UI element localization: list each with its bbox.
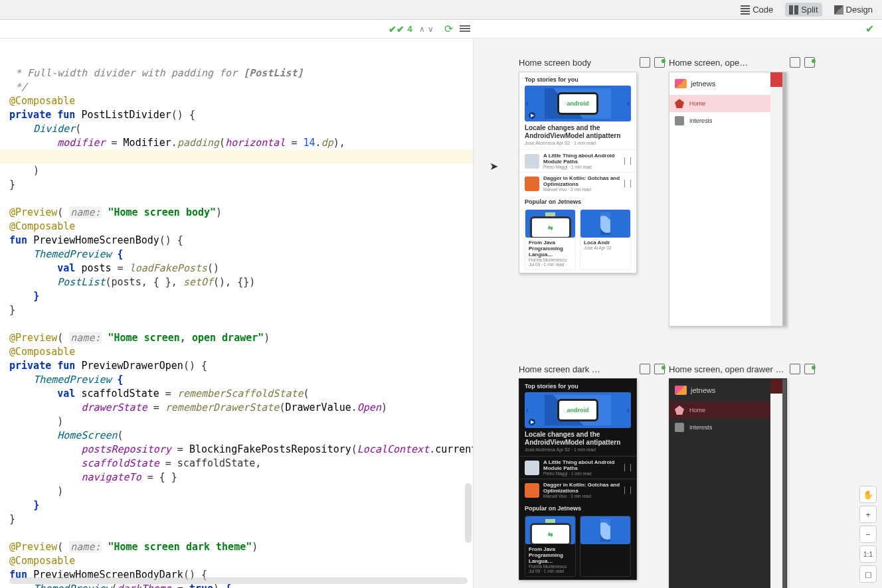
popular-label: Popular on Jetnews <box>519 501 636 513</box>
deploy-icon[interactable] <box>804 57 815 68</box>
next-issue-icon[interactable]: ∨ <box>426 25 435 34</box>
design-mode-button[interactable]: Design <box>830 3 877 17</box>
preview-home-screen-body: Home screen body Top stories for you ‹ a… <box>519 57 665 273</box>
refresh-preview-icon[interactable]: ⟳ <box>444 23 453 35</box>
popular-label: Popular on Jetnews <box>519 194 636 206</box>
hero-post-meta: Jose Alcérreca Apr 02 · 1 min read <box>519 447 636 456</box>
top-stories-label: Top stories for you <box>519 379 636 391</box>
design-mode-label: Design <box>846 5 873 15</box>
code-mode-label: Code <box>752 5 773 15</box>
hero-post-title: Locale changes and the AndroidViewModel … <box>519 124 636 140</box>
issue-count: 4 <box>407 24 412 34</box>
preview-home-screen-dark: Home screen dark … Top stories for you ‹… <box>519 364 665 580</box>
deploy-icon[interactable] <box>804 364 815 374</box>
list-item: Dagger in Kotlin: Gotchas and Optimizati… <box>519 478 636 501</box>
preview-title: Home screen dark … <box>519 364 636 374</box>
hero-prev-icon: ‹ <box>526 99 529 108</box>
hero-play-icon: ▶ <box>529 112 535 119</box>
list-icon <box>675 116 684 125</box>
preview-open-drawer-dark: Home screen, open drawer dar… jetnews Ho… <box>669 364 815 588</box>
brand-logo-icon <box>675 79 687 88</box>
deploy-icon[interactable] <box>654 364 665 374</box>
thumb-icon <box>525 154 539 169</box>
prev-issue-icon[interactable]: ∧ <box>418 25 426 34</box>
editor-status-bar: ✔✔ 4 ∧ ∨ ⟳ ✔ <box>0 20 882 38</box>
view-mode-toolbar: Code Split Design <box>0 0 882 20</box>
device-icon[interactable] <box>790 364 800 374</box>
split-mode-label: Split <box>801 5 818 15</box>
preview-surface[interactable]: jetnews Home Interests <box>669 378 787 588</box>
drawer-item-home: Home <box>669 95 770 112</box>
hero-post-title: Locale changes and the AndroidViewModel … <box>519 431 636 447</box>
zoom-actual-button[interactable]: ◻ <box>859 565 877 583</box>
split-icon <box>789 5 798 15</box>
popular-list: ⇆ From Java Programming Langua…Florina M… <box>519 206 636 273</box>
bookmark-icon <box>624 180 631 188</box>
pan-tool-button[interactable]: ✋ <box>859 486 877 503</box>
list-item: Dagger in Kotlin: Gotchas and Optimizati… <box>519 172 636 194</box>
preview-settings-icon[interactable] <box>460 25 470 33</box>
code-icon <box>741 5 750 15</box>
hero-next-icon: › <box>627 99 630 108</box>
split-mode-button[interactable]: Split <box>785 3 822 17</box>
popular-card: Loca AndrJose Al Apr 02 <box>580 209 631 270</box>
zoom-fit-button[interactable]: 1:1 <box>859 546 877 563</box>
hero-image: ‹ android › ▶ <box>525 86 631 121</box>
device-icon[interactable] <box>640 364 650 374</box>
design-icon <box>834 5 843 15</box>
check-icon: ✔✔ <box>389 24 404 35</box>
hero-post-meta: Jose Alcérreca Apr 02 · 1 min read <box>519 140 636 149</box>
list-item: A Little Thing about Android Module Path… <box>519 456 636 478</box>
preview-title: Home screen, open drawer dar… <box>669 364 786 374</box>
home-icon <box>675 99 684 108</box>
code-mode-button[interactable]: Code <box>737 3 777 17</box>
bookmark-icon <box>624 157 631 165</box>
zoom-out-button[interactable]: − <box>859 526 877 543</box>
hero-image: ‹android›▶ <box>525 392 631 428</box>
preview-header: Home screen body <box>519 57 665 68</box>
zoom-in-button[interactable]: + <box>859 506 877 523</box>
build-ok-icon: ✔ <box>865 23 874 35</box>
preview-open-drawer: Home screen, ope… jetnews Home Interests <box>669 57 815 327</box>
top-stories-label: Top stories for you <box>519 72 636 84</box>
phone-graphic: android <box>557 92 598 115</box>
list-item: A Little Thing about Android Module Path… <box>519 149 636 172</box>
preview-surface[interactable]: Top stories for you ‹ android › ▶ Locale… <box>519 72 637 273</box>
inspection-badge[interactable]: ✔✔ 4 <box>389 24 412 35</box>
device-icon[interactable] <box>790 57 800 68</box>
preview-title: Home screen body <box>519 58 636 68</box>
code-editor[interactable]: * Full-width divider with padding for [P… <box>0 38 473 588</box>
device-icon[interactable] <box>640 57 650 68</box>
preview-panel: Home screen body Top stories for you ‹ a… <box>473 38 882 588</box>
zoom-controls: ✋ + − 1:1 ◻ <box>859 486 877 583</box>
popular-card: ⇆ From Java Programming Langua…Florina M… <box>525 209 576 270</box>
deploy-icon[interactable] <box>654 57 665 68</box>
editor-vertical-scrollbar[interactable] <box>465 483 472 543</box>
current-line-highlight <box>0 150 473 164</box>
editor-horizontal-scrollbar[interactable] <box>9 577 468 584</box>
preview-surface[interactable]: jetnews Home Interests <box>669 72 787 327</box>
thumb-icon <box>525 177 539 191</box>
preview-title: Home screen, ope… <box>669 58 786 68</box>
drawer-scrollbar <box>782 72 786 326</box>
drawer-item-interests: Interests <box>669 112 770 129</box>
drawer-brand: jetnews <box>669 72 770 95</box>
preview-surface[interactable]: Top stories for you ‹android›▶ Locale ch… <box>519 378 637 580</box>
